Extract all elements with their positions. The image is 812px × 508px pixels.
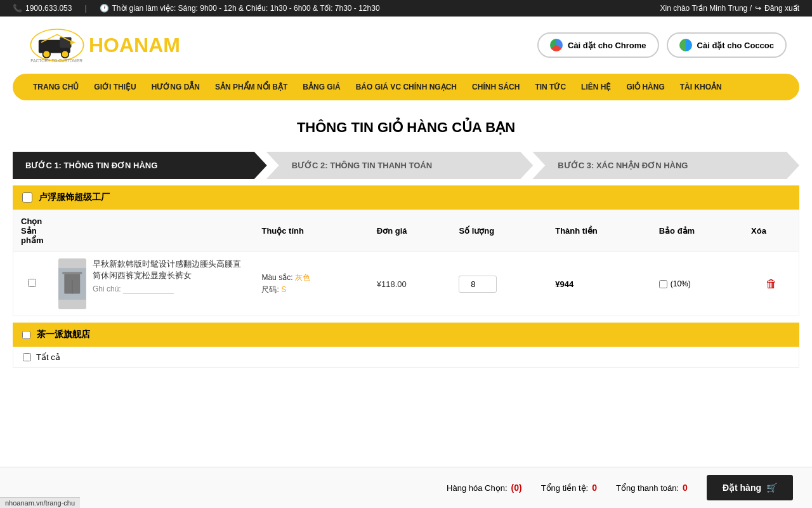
nav-chinh-sach[interactable]: CHÍNH SÁCH <box>464 74 527 100</box>
main-content: 卢浮服饰超级工厂 ChọnSản phẩm Thuộc tính Đơn giá… <box>0 179 812 374</box>
col-so-luong: Số lượng <box>451 210 547 252</box>
svg-rect-8 <box>63 272 82 274</box>
tat-ca-label: Tất cả <box>36 352 60 362</box>
step-3: BƯỚC 3: XÁC NHẬN ĐƠN HÀNG <box>532 152 799 179</box>
col-thanh-tien: Thành tiền <box>547 210 652 252</box>
tat-ca-row: Tất cả <box>13 347 799 368</box>
nav-gio-hang[interactable]: GIỎ HÀNG <box>619 74 672 100</box>
phone-icon: 📞 <box>13 4 22 13</box>
logo-hoa: HOA <box>89 34 134 57</box>
install-coccoc-label: Cài đặt cho Coccoc <box>697 41 774 50</box>
product-info: 早秋新款韩版时髦设计感翻边腰头高腰直筒休闲西裤宽松显瘦长裤女 Ghi chú: <box>93 258 246 294</box>
step-2: BƯỚC 2: THÔNG TIN THANH TOÁN <box>266 152 534 179</box>
guarantee-pct: (10%) <box>671 279 691 288</box>
attribute-color-value: 灰色 <box>295 273 310 282</box>
step-1: BƯỚC 1: THÔNG TIN ĐƠN HÀNG <box>13 152 267 179</box>
cart-table: ChọnSản phẩm Thuộc tính Đơn giá Số lượng… <box>13 210 799 316</box>
quantity-input[interactable] <box>459 276 497 293</box>
greeting-text: Xin chào Trần Minh Trung / <box>660 4 752 13</box>
top-bar-left: 📞 1900.633.053 | 🕐 Thời gian làm việc: S… <box>13 4 380 13</box>
top-bar: 📞 1900.633.053 | 🕐 Thời gian làm việc: S… <box>0 0 812 17</box>
attribute-mau-label: Màu sắc: <box>261 273 294 282</box>
logout-link[interactable]: Đăng xuất <box>764 4 799 13</box>
step-1-label: BƯỚC 1: THÔNG TIN ĐƠN HÀNG <box>25 161 157 170</box>
product-image <box>58 258 86 309</box>
attribute-size-value: S <box>281 285 286 294</box>
guarantee-wrapper: (10%) <box>659 279 736 288</box>
row-total-cell: ¥944 <box>547 252 652 316</box>
attribute-size-label: 尺码: <box>261 285 281 294</box>
attribute-size: 尺码: S <box>261 284 361 296</box>
product-note: Ghi chú: <box>93 284 246 294</box>
business-hours: 🕐 Thời gian làm việc: Sáng: 9h00 - 12h &… <box>100 4 380 13</box>
clock-icon: 🕐 <box>100 4 109 13</box>
nav-huong-dan[interactable]: HƯỚNG DẪN <box>144 74 207 100</box>
row-guarantee-cell: (10%) <box>652 252 743 316</box>
shop-2-checkbox[interactable] <box>22 331 30 339</box>
install-coccoc-button[interactable]: Cài đặt cho Coccoc <box>667 32 787 58</box>
nav-bar: TRANG CHỦ GIỚI THIỆU HƯỚNG DẪN SẢN PHẨM … <box>13 74 799 100</box>
install-chrome-button[interactable]: Cài đặt cho Chrome <box>537 32 659 58</box>
shop-2-header: 茶一派旗舰店 <box>13 323 799 347</box>
row-checkbox-cell <box>13 252 51 316</box>
delete-icon[interactable]: 🗑 <box>766 277 777 290</box>
nav-bang-gia[interactable]: BẢNG GIÁ <box>295 74 348 100</box>
top-bar-right: Xin chào Trần Minh Trung / ↪ Đăng xuất <box>660 4 799 13</box>
install-buttons: Cài đặt cho Chrome Cài đặt cho Coccoc <box>537 32 787 58</box>
col-don-gia: Đơn giá <box>369 210 452 252</box>
attribute-color: Màu sắc: 灰色 <box>261 272 361 284</box>
shop-2-name: 茶一派旗舰店 <box>37 329 90 340</box>
table-header-row: ChọnSản phẩm Thuộc tính Đơn giá Số lượng… <box>13 210 799 252</box>
step-2-label: BƯỚC 2: THÔNG TIN THANH TOÁN <box>292 161 432 170</box>
step-3-label: BƯỚC 3: XÁC NHẬN ĐƠN HÀNG <box>558 161 688 170</box>
row-attribute-cell: Màu sắc: 灰色 尺码: S <box>254 252 369 316</box>
nav-tin-tuc[interactable]: TIN TỨC <box>527 74 573 100</box>
svg-point-3 <box>43 50 51 58</box>
col-bao-dam: Bảo đảm <box>652 210 743 252</box>
coccoc-icon <box>679 39 692 51</box>
product-name: 早秋新款韩版时髦设计感翻边腰头高腰直筒休闲西裤宽松显瘦长裤女 <box>93 258 246 281</box>
chrome-icon <box>550 39 563 51</box>
tat-ca-checkbox[interactable] <box>23 353 31 361</box>
svg-point-4 <box>62 50 69 58</box>
shop-1-checkbox[interactable] <box>22 192 32 203</box>
phone-number: 📞 1900.633.053 <box>13 4 72 13</box>
logo-svg: FACTORY TO CUSTOMER <box>25 23 89 67</box>
item-checkbox[interactable] <box>28 279 36 287</box>
nav-tai-khoan[interactable]: TÀI KHOẢN <box>672 74 730 100</box>
install-chrome-label: Cài đặt cho Chrome <box>568 41 646 50</box>
logo-area: FACTORY TO CUSTOMER HOA NAM <box>25 23 180 67</box>
item-price: ¥118.00 <box>377 279 407 289</box>
row-product-cell: 早秋新款韩版时髦设计感翻边腰头高腰直筒休闲西裤宽松显瘦长裤女 Ghi chú: <box>51 252 254 316</box>
logout-icon: ↪ <box>755 4 761 13</box>
item-total: ¥944 <box>555 279 573 289</box>
shop-1-header: 卢浮服饰超级工厂 <box>13 185 799 210</box>
nav-gioi-thieu[interactable]: GIỚI THIỆU <box>86 74 143 100</box>
nav-bao-gia-vc[interactable]: BÁO GIÁ VC CHÍNH NGẠCH <box>348 74 464 100</box>
col-thuoc-tinh: Thuộc tính <box>254 210 369 252</box>
page-title: THÔNG TIN GIỎ HÀNG CỦA BẠN <box>0 107 812 152</box>
header: FACTORY TO CUSTOMER HOA NAM Cài đặt cho … <box>0 17 812 74</box>
nav-lien-he[interactable]: LIÊN HỆ <box>573 74 619 100</box>
row-price-cell: ¥118.00 <box>369 252 452 316</box>
steps-container: BƯỚC 1: THÔNG TIN ĐƠN HÀNG BƯỚC 2: THÔNG… <box>13 152 799 179</box>
row-delete-cell: 🗑 <box>743 252 799 316</box>
svg-marker-5 <box>70 41 75 45</box>
nav-trang-chu[interactable]: TRANG CHỦ <box>25 74 86 100</box>
logo-nam: NAM <box>134 34 180 57</box>
col-san-pham <box>51 210 254 252</box>
row-qty-cell <box>451 252 547 316</box>
nav-san-pham-noi-bat[interactable]: SẢN PHẨM NỔI BẬT <box>207 74 295 100</box>
product-img-svg <box>58 258 86 309</box>
table-row: 早秋新款韩版时髦设计感翻边腰头高腰直筒休闲西裤宽松显瘦长裤女 Ghi chú: … <box>13 252 799 316</box>
logo-text-wrapper: HOA NAM <box>89 34 180 57</box>
col-chon: ChọnSản phẩm <box>13 210 51 252</box>
col-xoa: Xóa <box>743 210 799 252</box>
svg-text:FACTORY TO CUSTOMER: FACTORY TO CUSTOMER <box>30 59 82 64</box>
shop-1-name: 卢浮服饰超级工厂 <box>39 192 110 203</box>
guarantee-checkbox[interactable] <box>659 280 667 288</box>
